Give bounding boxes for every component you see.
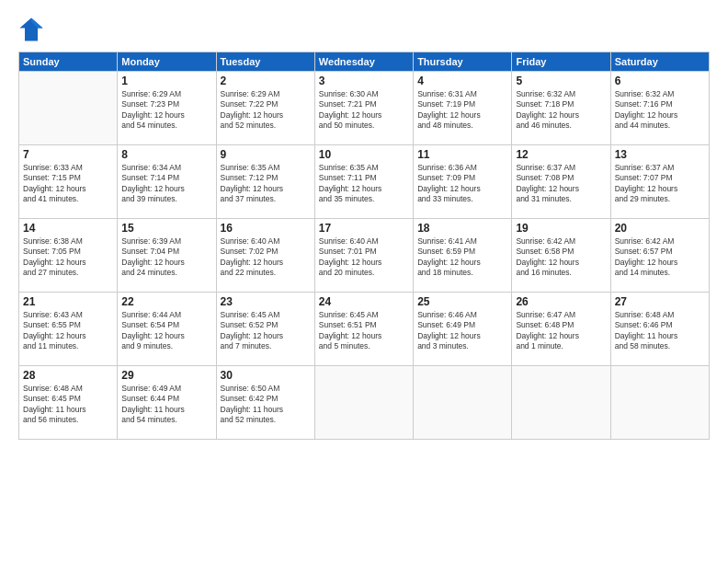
- calendar-cell: 15Sunrise: 6:39 AM Sunset: 7:04 PM Dayli…: [118, 219, 216, 293]
- calendar-cell: 30Sunrise: 6:50 AM Sunset: 6:42 PM Dayli…: [216, 366, 314, 440]
- day-number: 10: [319, 148, 409, 161]
- calendar-cell: 28Sunrise: 6:48 AM Sunset: 6:45 PM Dayli…: [19, 366, 118, 440]
- calendar-cell: [414, 366, 512, 440]
- day-number: 15: [121, 222, 211, 235]
- day-number: 3: [319, 75, 409, 87]
- day-info: Sunrise: 6:37 AM Sunset: 7:08 PM Dayligh…: [516, 163, 606, 205]
- day-number: 20: [615, 222, 705, 235]
- day-info: Sunrise: 6:35 AM Sunset: 7:12 PM Dayligh…: [221, 163, 311, 205]
- calendar-cell: 25Sunrise: 6:46 AM Sunset: 6:49 PM Dayli…: [414, 293, 512, 366]
- day-number: 5: [516, 75, 606, 87]
- calendar-week-row: 7Sunrise: 6:33 AM Sunset: 7:15 PM Daylig…: [19, 145, 710, 219]
- day-number: 22: [121, 295, 211, 308]
- header: [18, 17, 710, 42]
- main-container: SundayMondayTuesdayWednesdayThursdayFrid…: [0, 0, 728, 563]
- calendar-weekday-header: Tuesday: [216, 52, 314, 72]
- calendar-cell: 22Sunrise: 6:44 AM Sunset: 6:54 PM Dayli…: [118, 293, 216, 366]
- calendar-cell: 2Sunrise: 6:29 AM Sunset: 7:22 PM Daylig…: [216, 72, 314, 145]
- day-info: Sunrise: 6:45 AM Sunset: 6:51 PM Dayligh…: [319, 310, 409, 352]
- day-info: Sunrise: 6:32 AM Sunset: 7:18 PM Dayligh…: [516, 89, 606, 132]
- calendar-cell: 1Sunrise: 6:29 AM Sunset: 7:23 PM Daylig…: [118, 72, 216, 145]
- day-info: Sunrise: 6:32 AM Sunset: 7:16 PM Dayligh…: [615, 89, 705, 132]
- day-number: 18: [417, 222, 507, 235]
- day-number: 8: [121, 148, 211, 161]
- day-number: 29: [121, 369, 211, 382]
- day-info: Sunrise: 6:40 AM Sunset: 7:01 PM Dayligh…: [319, 236, 409, 279]
- day-number: 14: [23, 222, 113, 235]
- day-info: Sunrise: 6:30 AM Sunset: 7:21 PM Dayligh…: [319, 89, 409, 132]
- calendar-cell: 17Sunrise: 6:40 AM Sunset: 7:01 PM Dayli…: [314, 219, 413, 293]
- calendar-cell: 11Sunrise: 6:36 AM Sunset: 7:09 PM Dayli…: [414, 145, 512, 219]
- day-number: 21: [23, 295, 113, 308]
- day-number: 2: [221, 75, 311, 87]
- day-number: 11: [417, 148, 507, 161]
- day-info: Sunrise: 6:44 AM Sunset: 6:54 PM Dayligh…: [121, 310, 211, 352]
- day-info: Sunrise: 6:48 AM Sunset: 6:46 PM Dayligh…: [615, 310, 705, 352]
- calendar-cell: 21Sunrise: 6:43 AM Sunset: 6:55 PM Dayli…: [19, 293, 118, 366]
- calendar-week-row: 28Sunrise: 6:48 AM Sunset: 6:45 PM Dayli…: [19, 366, 710, 440]
- calendar-cell: 19Sunrise: 6:42 AM Sunset: 6:58 PM Dayli…: [512, 219, 610, 293]
- calendar-cell: 23Sunrise: 6:45 AM Sunset: 6:52 PM Dayli…: [216, 293, 314, 366]
- calendar-cell: [314, 366, 413, 440]
- day-number: 16: [221, 222, 311, 235]
- calendar-cell: 7Sunrise: 6:33 AM Sunset: 7:15 PM Daylig…: [19, 145, 118, 219]
- day-info: Sunrise: 6:49 AM Sunset: 6:44 PM Dayligh…: [121, 384, 211, 426]
- day-info: Sunrise: 6:43 AM Sunset: 6:55 PM Dayligh…: [23, 310, 113, 352]
- day-number: 7: [23, 148, 113, 161]
- day-info: Sunrise: 6:42 AM Sunset: 6:58 PM Dayligh…: [516, 236, 606, 279]
- day-number: 23: [221, 295, 311, 308]
- day-number: 12: [516, 148, 606, 161]
- calendar-week-row: 1Sunrise: 6:29 AM Sunset: 7:23 PM Daylig…: [19, 72, 710, 145]
- day-info: Sunrise: 6:31 AM Sunset: 7:19 PM Dayligh…: [417, 89, 507, 132]
- calendar-week-row: 21Sunrise: 6:43 AM Sunset: 6:55 PM Dayli…: [19, 293, 710, 366]
- day-number: 4: [417, 75, 507, 87]
- calendar-cell: [512, 366, 610, 440]
- day-info: Sunrise: 6:42 AM Sunset: 6:57 PM Dayligh…: [615, 236, 705, 279]
- calendar-cell: 6Sunrise: 6:32 AM Sunset: 7:16 PM Daylig…: [610, 72, 709, 145]
- calendar-weekday-header: Monday: [118, 52, 216, 72]
- day-number: 13: [615, 148, 705, 161]
- calendar-cell: 20Sunrise: 6:42 AM Sunset: 6:57 PM Dayli…: [610, 219, 709, 293]
- day-number: 19: [516, 222, 606, 235]
- day-number: 9: [221, 148, 311, 161]
- day-number: 26: [516, 295, 606, 308]
- day-info: Sunrise: 6:33 AM Sunset: 7:15 PM Dayligh…: [23, 163, 113, 205]
- calendar-weekday-header: Friday: [512, 52, 610, 72]
- day-number: 27: [615, 295, 705, 308]
- day-info: Sunrise: 6:50 AM Sunset: 6:42 PM Dayligh…: [221, 384, 311, 426]
- day-info: Sunrise: 6:48 AM Sunset: 6:45 PM Dayligh…: [23, 384, 113, 426]
- calendar-cell: 18Sunrise: 6:41 AM Sunset: 6:59 PM Dayli…: [414, 219, 512, 293]
- day-number: 25: [417, 295, 507, 308]
- calendar-cell: 8Sunrise: 6:34 AM Sunset: 7:14 PM Daylig…: [118, 145, 216, 219]
- calendar-cell: 10Sunrise: 6:35 AM Sunset: 7:11 PM Dayli…: [314, 145, 413, 219]
- calendar-cell: 14Sunrise: 6:38 AM Sunset: 7:05 PM Dayli…: [19, 219, 118, 293]
- calendar-cell: 9Sunrise: 6:35 AM Sunset: 7:12 PM Daylig…: [216, 145, 314, 219]
- day-info: Sunrise: 6:40 AM Sunset: 7:02 PM Dayligh…: [221, 236, 311, 279]
- calendar-week-row: 14Sunrise: 6:38 AM Sunset: 7:05 PM Dayli…: [19, 219, 710, 293]
- calendar-cell: 4Sunrise: 6:31 AM Sunset: 7:19 PM Daylig…: [414, 72, 512, 145]
- logo: [18, 17, 48, 42]
- day-info: Sunrise: 6:39 AM Sunset: 7:04 PM Dayligh…: [121, 236, 211, 279]
- day-number: 1: [121, 75, 211, 87]
- day-info: Sunrise: 6:46 AM Sunset: 6:49 PM Dayligh…: [417, 310, 507, 352]
- day-info: Sunrise: 6:36 AM Sunset: 7:09 PM Dayligh…: [417, 163, 507, 205]
- calendar-weekday-header: Saturday: [610, 52, 709, 72]
- day-info: Sunrise: 6:29 AM Sunset: 7:22 PM Dayligh…: [221, 89, 311, 132]
- day-info: Sunrise: 6:29 AM Sunset: 7:23 PM Dayligh…: [121, 89, 211, 132]
- calendar-cell: 27Sunrise: 6:48 AM Sunset: 6:46 PM Dayli…: [610, 293, 709, 366]
- logo-icon: [18, 17, 44, 42]
- calendar-cell: 26Sunrise: 6:47 AM Sunset: 6:48 PM Dayli…: [512, 293, 610, 366]
- calendar-cell: 3Sunrise: 6:30 AM Sunset: 7:21 PM Daylig…: [314, 72, 413, 145]
- calendar-cell: [610, 366, 709, 440]
- calendar-cell: 29Sunrise: 6:49 AM Sunset: 6:44 PM Dayli…: [118, 366, 216, 440]
- calendar-weekday-header: Sunday: [19, 52, 118, 72]
- day-number: 28: [23, 369, 113, 382]
- day-info: Sunrise: 6:37 AM Sunset: 7:07 PM Dayligh…: [615, 163, 705, 205]
- day-info: Sunrise: 6:41 AM Sunset: 6:59 PM Dayligh…: [417, 236, 507, 279]
- day-info: Sunrise: 6:38 AM Sunset: 7:05 PM Dayligh…: [23, 236, 113, 279]
- calendar-cell: 16Sunrise: 6:40 AM Sunset: 7:02 PM Dayli…: [216, 219, 314, 293]
- day-number: 17: [319, 222, 409, 235]
- calendar-weekday-header: Thursday: [414, 52, 512, 72]
- calendar-header-row: SundayMondayTuesdayWednesdayThursdayFrid…: [19, 52, 710, 72]
- day-number: 6: [615, 75, 705, 87]
